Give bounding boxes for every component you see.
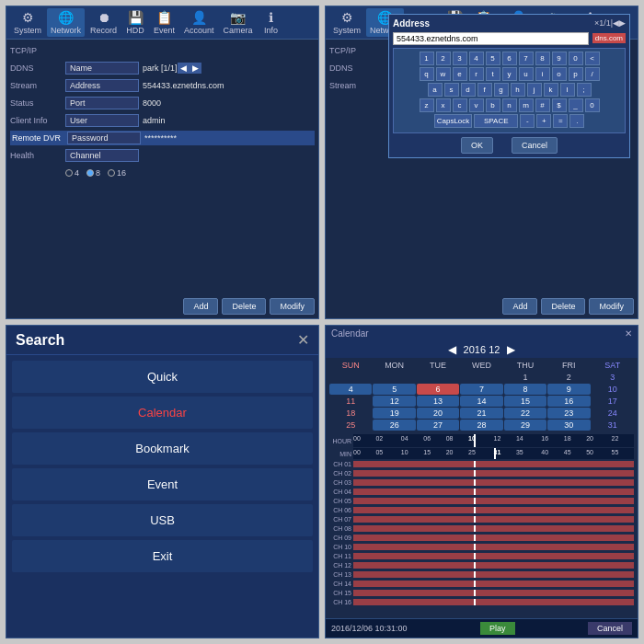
min-bar[interactable]: 00 05 10 15 20 25 31 35 40 45 50 55 [353, 448, 634, 459]
channel-bar-10[interactable] [353, 544, 634, 550]
search-exit-item[interactable]: Exit [12, 540, 313, 572]
key-x[interactable]: x [436, 98, 451, 112]
tab-record-left[interactable]: ⏺ Record [86, 8, 121, 37]
cal-day-8[interactable]: 8 [504, 384, 546, 395]
channel-16-opt[interactable]: 16 [108, 168, 126, 178]
cal-prev-month-btn[interactable]: ◀ [448, 343, 456, 356]
addr-ok-btn[interactable]: OK [461, 137, 493, 154]
key-2[interactable]: 2 [436, 52, 451, 65]
add-button-right[interactable]: Add [502, 298, 537, 315]
key-a[interactable]: a [428, 83, 443, 97]
cal-play-btn[interactable]: Play [480, 622, 515, 635]
key-c[interactable]: c [453, 98, 467, 112]
key-4[interactable]: 4 [469, 52, 484, 65]
key-3[interactable]: 3 [453, 52, 467, 65]
tab-system-left[interactable]: ⚙ System [10, 8, 45, 37]
cal-day-15[interactable]: 15 [504, 396, 546, 407]
key-dollar[interactable]: $ [552, 98, 567, 112]
search-event-item[interactable]: Event [12, 468, 313, 500]
key-r[interactable]: r [469, 67, 484, 81]
key-plus[interactable]: + [536, 114, 551, 128]
cal-day-30[interactable]: 30 [547, 420, 590, 431]
tab-system-right[interactable]: ⚙ System [329, 8, 364, 37]
cal-day-4[interactable]: 4 [329, 384, 372, 395]
key-b[interactable]: b [486, 98, 500, 112]
key-n[interactable]: n [502, 98, 517, 112]
cal-day-9[interactable]: 9 [547, 384, 590, 395]
cal-day-19[interactable]: 19 [373, 408, 415, 419]
search-calendar-item[interactable]: Calendar [12, 397, 313, 429]
cal-day-3[interactable]: 3 [592, 372, 634, 383]
cal-day-28[interactable]: 28 [460, 420, 502, 431]
cal-day-13[interactable]: 13 [417, 396, 459, 407]
key-minus[interactable]: - [520, 114, 535, 128]
cal-day-1[interactable]: 1 [504, 372, 546, 383]
tab-hdd-left[interactable]: 💾 HDD [122, 8, 148, 37]
cal-day-25[interactable]: 25 [329, 420, 372, 431]
key-0[interactable]: 0 [569, 52, 583, 65]
search-quick-item[interactable]: Quick [12, 361, 313, 393]
cal-day-29[interactable]: 29 [504, 420, 546, 431]
tab-info-left[interactable]: ℹ Info [259, 8, 284, 37]
cal-day-10[interactable]: 10 [592, 384, 634, 395]
key-k[interactable]: k [544, 83, 558, 97]
tab-event-left[interactable]: 📋 Event [150, 8, 178, 37]
cal-close-btn[interactable]: ✕ [625, 328, 632, 339]
key-hash[interactable]: # [535, 98, 550, 112]
cal-day-23[interactable]: 23 [547, 408, 590, 419]
add-button-left[interactable]: Add [183, 298, 218, 315]
channel-bar-11[interactable] [353, 553, 634, 559]
key-zero2[interactable]: 0 [585, 98, 600, 112]
key-u[interactable]: u [519, 67, 534, 81]
key-h[interactable]: h [511, 83, 525, 97]
cal-day-21[interactable]: 21 [460, 408, 502, 419]
nav-next-btn[interactable]: ▶ [190, 63, 201, 74]
key-6[interactable]: 6 [502, 52, 517, 65]
channel-bar-6[interactable] [353, 507, 634, 513]
cal-day-6[interactable]: 6 [417, 384, 459, 395]
channel-bar-2[interactable] [353, 470, 634, 477]
key-semi[interactable]: ; [577, 83, 592, 97]
cal-day-24[interactable]: 24 [592, 408, 634, 419]
channel-bar-15[interactable] [353, 590, 634, 596]
cal-day-14[interactable]: 14 [460, 396, 502, 407]
key-e[interactable]: e [453, 67, 467, 81]
cal-day-26[interactable]: 26 [373, 420, 415, 431]
key-7[interactable]: 7 [519, 52, 534, 65]
tab-camera-left[interactable]: 📷 Camera [220, 8, 257, 37]
channel-bar-9[interactable] [353, 535, 634, 541]
cal-day-11[interactable]: 11 [329, 396, 372, 407]
addr-cancel-btn[interactable]: Cancel [512, 137, 558, 154]
tab-account-left[interactable]: 👤 Account [180, 8, 218, 37]
key-v[interactable]: v [469, 98, 484, 112]
key-dot[interactable]: . [569, 114, 584, 128]
channel-8-opt[interactable]: 8 [86, 168, 100, 178]
channel-bar-5[interactable] [353, 498, 634, 504]
cal-cancel-btn[interactable]: Cancel [588, 622, 632, 635]
key-y[interactable]: y [502, 67, 517, 81]
key-j[interactable]: j [527, 83, 542, 97]
key-underscore[interactable]: _ [569, 98, 583, 112]
key-8[interactable]: 8 [535, 52, 550, 65]
search-bookmark-item[interactable]: Bookmark [12, 432, 313, 465]
delete-button-left[interactable]: Delete [222, 298, 266, 315]
cal-day-18[interactable]: 18 [329, 408, 372, 419]
key-bksp[interactable]: < [585, 52, 600, 65]
key-o[interactable]: o [552, 67, 567, 81]
key-s[interactable]: s [444, 83, 459, 97]
key-g[interactable]: g [494, 83, 509, 97]
channel-bar-7[interactable] [353, 516, 634, 523]
key-t[interactable]: t [486, 67, 500, 81]
cal-day-16[interactable]: 16 [547, 396, 590, 407]
channel-bar-16[interactable] [353, 599, 634, 605]
delete-button-right[interactable]: Delete [541, 298, 585, 315]
addr-input-field[interactable] [393, 32, 589, 45]
key-d[interactable]: d [461, 83, 476, 97]
key-slash[interactable]: / [585, 67, 600, 81]
tab-network-left[interactable]: 🌐 Network [47, 8, 85, 37]
channel-bar-3[interactable] [353, 479, 634, 486]
cal-day-20[interactable]: 20 [417, 408, 459, 419]
key-capslock[interactable]: CapsLock [434, 114, 473, 128]
key-w[interactable]: w [436, 67, 451, 81]
search-close-btn[interactable]: ✕ [297, 331, 309, 349]
